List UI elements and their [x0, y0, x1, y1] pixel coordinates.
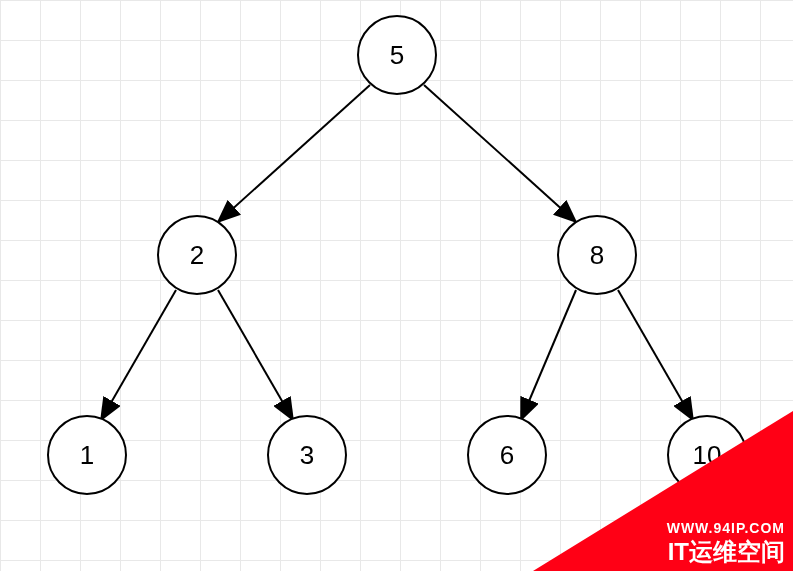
tree-node-ll: 1 [47, 415, 127, 495]
watermark-title: IT运维空间 [667, 537, 785, 567]
node-value: 8 [590, 240, 604, 271]
watermark: WWW.94IP.COM IT运维空间 [667, 520, 785, 568]
tree-node-root: 5 [357, 15, 437, 95]
node-value: 6 [500, 440, 514, 471]
tree-node-l: 2 [157, 215, 237, 295]
node-value: 2 [190, 240, 204, 271]
watermark-url: WWW.94IP.COM [667, 520, 785, 538]
node-value: 5 [390, 40, 404, 71]
node-value: 3 [300, 440, 314, 471]
tree-node-lr: 3 [267, 415, 347, 495]
tree-node-r: 8 [557, 215, 637, 295]
node-value: 1 [80, 440, 94, 471]
